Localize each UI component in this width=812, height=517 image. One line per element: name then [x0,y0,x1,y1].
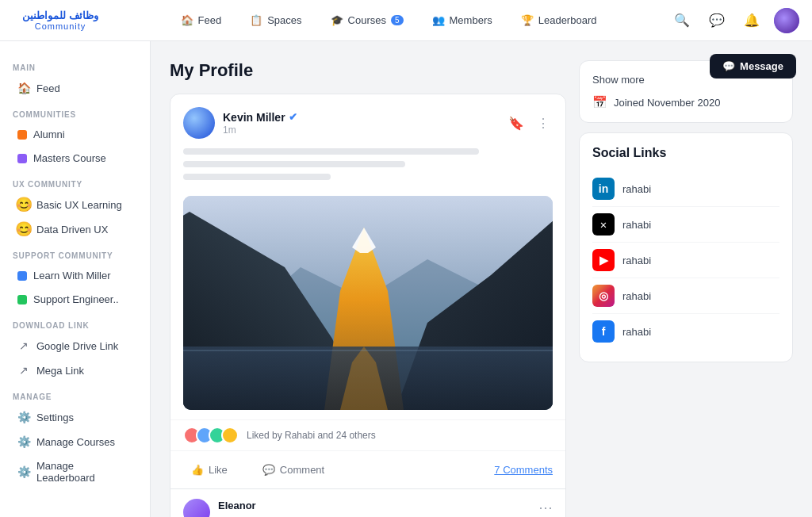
like-label: Like [209,464,228,476]
social-youtube[interactable]: ▶ rahabi [592,243,779,278]
search-button[interactable]: 🔍 [669,8,695,33]
page-title: My Profile [170,60,566,81]
nav-feed-label: Feed [198,14,222,26]
feed-icon: 🏠 [17,82,30,94]
nav-spaces-label: Spaces [267,14,301,26]
user-avatar[interactable] [774,8,799,33]
sidebar-item-masters[interactable]: Masters Course [5,147,145,170]
sidebar-item-basic-ux[interactable]: 😊 Basic UX Learning [5,193,145,216]
comment-button[interactable]: 💬 Comment [255,459,332,481]
more-options-icon[interactable]: ⋮ [534,113,553,134]
sidebar-mega-label: Mega Link [36,365,84,377]
joined-row: 📅 Joined November 2020 [592,95,779,109]
message-button[interactable]: 💬 Message [710,54,796,79]
nav-spaces[interactable]: 📋 Spaces [245,11,306,29]
manage-leaderboard-icon: ⚙️ [17,465,30,478]
top-navigation: وظائف للمواطنين Community 🏠 Feed 📋 Space… [0,0,812,41]
social-links-title: Social Links [592,146,779,160]
linkedin-icon: in [592,178,615,200]
youtube-icon: ▶ [592,249,615,271]
chat-button[interactable]: 💬 [704,8,730,33]
sidebar-item-miller[interactable]: Learn With Miller [5,264,145,287]
right-panel: Show more 📅 Joined November 2020 Social … [579,60,793,517]
notification-button[interactable]: 🔔 [739,8,764,33]
sidebar-feed-label: Feed [36,82,60,94]
nav-feed[interactable]: 🏠 Feed [176,11,227,29]
nav-leaderboard[interactable]: 🏆 Leaderboard [516,11,602,29]
social-links-card: Social Links in rahabi ✕ rahabi ▶ rahabi… [579,132,793,362]
sidebar-item-data-ux[interactable]: 😊 Data Driven UX [5,217,145,241]
social-facebook[interactable]: f rahabi [592,314,779,349]
sidebar-item-manage-leaderboard[interactable]: ⚙️ Manage Leaderboard [5,454,145,489]
comments-count[interactable]: 7 Comments [494,464,553,476]
sidebar-support-eng-label: Support Engineer.. [33,293,119,305]
sidebar-miller-label: Learn With Miller [33,270,111,281]
search-icon: 🔍 [674,13,690,28]
like-button[interactable]: 👍 Like [183,459,236,481]
courses-badge: 5 [391,15,404,25]
sidebar-manage-courses-label: Manage Courses [36,436,115,448]
sidebar-item-alumni[interactable]: Alumni [5,123,145,146]
sidebar-alumni-label: Alumni [33,128,65,140]
bell-icon: 🔔 [744,13,760,28]
profile-area: My Profile Kevin Miller ✔ 1m � [170,60,566,517]
sidebar-item-manage-courses[interactable]: ⚙️ Manage Courses [5,430,145,454]
logo[interactable]: وظائف للمواطنين Community [13,10,108,31]
x-handle: rahabi [622,219,651,231]
leaderboard-icon: 🏆 [521,14,534,26]
post-card: Kevin Miller ✔ 1m 🔖 ⋮ [170,94,566,517]
comment-more-options[interactable]: ⋯ [538,499,553,516]
commenter-name: Eleanor [218,500,256,511]
like-icon: 👍 [191,464,204,476]
nav-courses[interactable]: 🎓 Courses 5 [326,11,408,29]
sidebar-manage-leaderboard-label: Manage Leaderboard [36,460,132,484]
sidebar-item-feed[interactable]: 🏠 Feed [5,76,145,100]
facebook-handle: rahabi [622,326,651,338]
sidebar-item-mega[interactable]: ↗ Mega Link [5,358,145,382]
commenter-avatar [183,499,210,517]
linkedin-handle: rahabi [622,183,651,195]
joined-text: Joined November 2020 [614,97,720,109]
sidebar-item-gdrive[interactable]: ↗ Google Drive Link [5,334,145,358]
youtube-handle: rahabi [622,255,651,266]
facebook-icon: f [592,320,615,343]
comment-icon: 💬 [262,464,275,476]
gdrive-icon: ↗ [17,339,30,352]
sidebar-item-support-eng[interactable]: Support Engineer.. [5,288,145,311]
text-line-2 [183,161,405,167]
sidebar-data-ux-label: Data Driven UX [36,224,108,236]
nav-courses-label: Courses [348,14,386,26]
post-likes-bar: Liked by Rahabi and 24 others [170,419,565,450]
calendar-icon: 📅 [592,95,607,109]
spaces-icon: 📋 [250,14,262,26]
sidebar-item-settings[interactable]: ⚙️ Settings [5,405,145,429]
social-x[interactable]: ✕ rahabi [592,207,779,243]
chat-icon: 💬 [709,13,725,28]
post-actions: 🔖 ⋮ [505,113,553,134]
nav-members[interactable]: 👥 Members [427,11,497,29]
social-instagram[interactable]: ◎ rahabi [592,278,779,314]
nav-members-label: Members [450,14,492,26]
verified-icon: ✔ [289,111,297,123]
mega-icon: ↗ [17,364,30,377]
logo-community-text: Community [35,21,86,31]
instagram-handle: rahabi [622,290,651,302]
post-author-avatar[interactable] [183,107,215,139]
nav-leaderboard-label: Leaderboard [538,14,597,26]
post-author-name: Kevin Miller [223,111,285,124]
likes-text: Liked by Rahabi and 24 others [247,430,376,441]
social-linkedin[interactable]: in rahabi [592,171,779,207]
support-eng-dot [17,295,27,304]
comment-label: Comment [280,464,324,476]
sidebar-settings-label: Settings [36,412,74,423]
basic-ux-icon: 😊 [17,198,30,211]
post-header: Kevin Miller ✔ 1m 🔖 ⋮ [170,94,565,148]
message-icon: 💬 [722,60,735,72]
settings-icon: ⚙️ [17,411,30,423]
bookmark-icon[interactable]: 🔖 [505,113,527,134]
nav-center: 🏠 Feed 📋 Spaces 🎓 Courses 5 👥 Members 🏆 … [108,11,669,29]
logo-arabic-text: وظائف للمواطنين [22,10,98,21]
sidebar-gdrive-label: Google Drive Link [36,340,118,352]
like-avatar-4 [221,427,239,444]
sidebar-basic-ux-label: Basic UX Learning [36,199,122,211]
